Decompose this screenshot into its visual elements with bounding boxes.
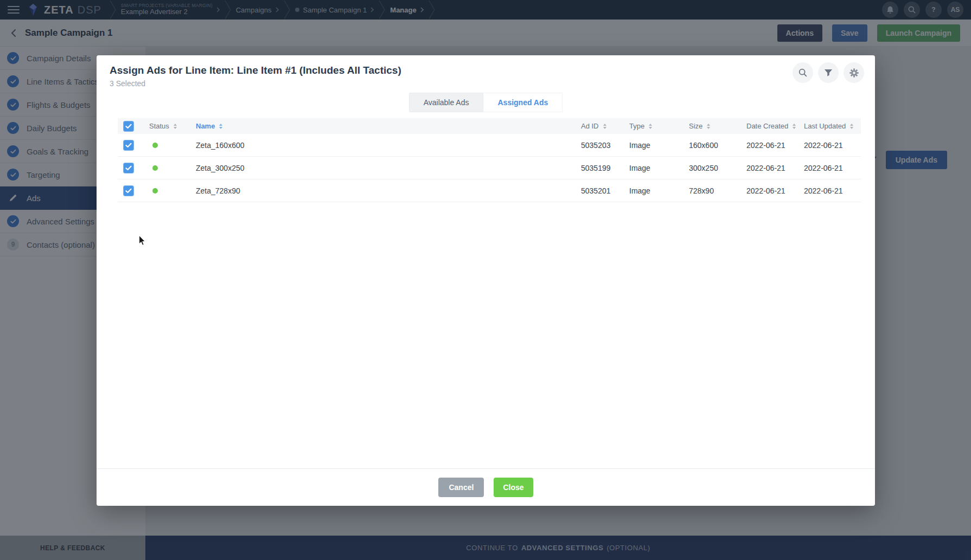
ads-table-body: Zeta_160x600 5035203 Image 160x600 2022-…: [118, 134, 861, 202]
status-cell: [149, 188, 196, 194]
ad-id-cell: 5035199: [581, 164, 629, 172]
sort-icon: [707, 124, 710, 129]
ad-type-cell: Image: [629, 164, 689, 172]
column-header-type[interactable]: Type: [629, 122, 689, 130]
sort-icon: [174, 124, 177, 129]
ad-id-cell: 5035203: [581, 141, 629, 150]
ad-size-cell: 300x250: [689, 164, 746, 172]
modal-header: Assign Ads for Line Item: Line Item #1 (…: [97, 55, 875, 88]
tab-assigned-ads[interactable]: Assigned Ads: [483, 93, 563, 112]
column-header-status[interactable]: Status: [149, 122, 196, 130]
ad-name-cell: Zeta_300x250: [196, 164, 581, 172]
row-checkbox[interactable]: [123, 163, 134, 173]
filter-icon: [824, 69, 833, 77]
selected-count: 3 Selected: [110, 79, 862, 88]
modal-footer: Cancel Close: [97, 468, 875, 506]
check-icon: [125, 143, 132, 148]
last-updated-cell: 2022-06-21: [804, 164, 861, 172]
status-dot: [152, 188, 158, 194]
ad-size-cell: 728x90: [689, 186, 746, 195]
modal-settings-button[interactable]: [844, 62, 864, 83]
sort-icon: [219, 124, 222, 129]
last-updated-cell: 2022-06-21: [804, 141, 861, 150]
ads-table: Status Name Ad ID Type Size Date Created…: [118, 118, 861, 202]
search-icon: [798, 68, 808, 78]
close-button[interactable]: Close: [494, 478, 533, 497]
date-created-cell: 2022-06-21: [746, 186, 804, 195]
column-header-ad-id[interactable]: Ad ID: [581, 122, 629, 130]
modal-body-spacer: [97, 202, 875, 468]
column-header-name[interactable]: Name: [196, 122, 581, 130]
status-dot: [152, 143, 158, 148]
row-checkbox[interactable]: [123, 140, 134, 151]
ads-table-header: Status Name Ad ID Type Size Date Created…: [118, 118, 861, 134]
ad-name-cell: Zeta_160x600: [196, 141, 581, 150]
status-dot: [152, 165, 158, 171]
ad-id-cell: 5035201: [581, 186, 629, 195]
column-header-last-updated[interactable]: Last Updated: [804, 122, 861, 130]
check-icon: [125, 124, 132, 129]
modal-tabs: Available Ads Assigned Ads: [97, 93, 875, 112]
column-header-size[interactable]: Size: [689, 122, 746, 130]
cancel-button[interactable]: Cancel: [438, 478, 484, 497]
last-updated-cell: 2022-06-21: [804, 186, 861, 195]
row-checkbox[interactable]: [123, 185, 134, 196]
select-all-checkbox[interactable]: [123, 121, 134, 132]
date-created-cell: 2022-06-21: [746, 141, 804, 150]
modal-title: Assign Ads for Line Item: Line Item #1 (…: [110, 65, 862, 76]
table-row[interactable]: Zeta_160x600 5035203 Image 160x600 2022-…: [118, 134, 861, 157]
check-icon: [125, 165, 132, 171]
modal-search-button[interactable]: [793, 62, 813, 83]
modal-filter-button[interactable]: [818, 62, 839, 83]
status-cell: [149, 165, 196, 171]
ad-type-cell: Image: [629, 186, 689, 195]
table-row[interactable]: Zeta_728x90 5035201 Image 728x90 2022-06…: [118, 179, 861, 202]
check-icon: [125, 188, 132, 194]
ad-size-cell: 160x600: [689, 141, 746, 150]
sort-icon: [649, 124, 652, 129]
ad-type-cell: Image: [629, 141, 689, 150]
gear-icon: [849, 68, 859, 78]
tab-available-ads[interactable]: Available Ads: [409, 93, 484, 112]
sort-icon: [603, 124, 606, 129]
sort-icon: [793, 124, 796, 129]
column-header-date-created[interactable]: Date Created: [746, 122, 804, 130]
assign-ads-modal: Assign Ads for Line Item: Line Item #1 (…: [97, 55, 875, 506]
ad-name-cell: Zeta_728x90: [196, 186, 581, 195]
modal-toolbar: [793, 62, 864, 83]
date-created-cell: 2022-06-21: [746, 164, 804, 172]
table-row[interactable]: Zeta_300x250 5035199 Image 300x250 2022-…: [118, 157, 861, 179]
sort-icon: [850, 124, 853, 129]
status-cell: [149, 143, 196, 148]
